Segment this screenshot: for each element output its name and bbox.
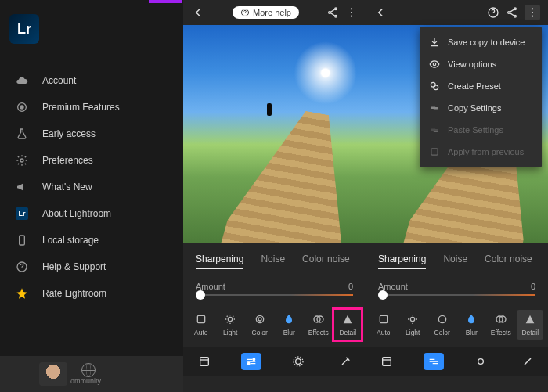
sidebar-item-premium[interactable]: Premium Features: [0, 94, 183, 120]
back-icon[interactable]: [373, 5, 388, 20]
tab-noise[interactable]: Noise: [443, 254, 467, 269]
sidebar-item-label: Help & Support: [42, 261, 106, 272]
photo-person: [267, 103, 272, 116]
flask-icon: [16, 128, 28, 140]
share-icon[interactable]: [326, 6, 339, 19]
tool-blur[interactable]: Blur: [276, 310, 302, 340]
bottom-strip: ommunity: [0, 356, 183, 392]
edit-button[interactable]: [241, 353, 261, 370]
svg-rect-39: [382, 358, 391, 366]
globe-icon[interactable]: [81, 363, 96, 377]
library-button[interactable]: [377, 353, 397, 370]
slider-thumb[interactable]: [196, 290, 205, 300]
menu-save-copy[interactable]: Save copy to device: [420, 31, 542, 53]
tool-row: Auto Light Color Blur Effects Detail: [183, 299, 366, 347]
svg-point-30: [433, 63, 436, 66]
more-help-button[interactable]: More help: [233, 6, 299, 19]
tool-light[interactable]: Light: [399, 310, 426, 340]
help-icon[interactable]: [487, 6, 499, 19]
amount-slider[interactable]: [196, 294, 353, 296]
tool-label: Detail: [339, 329, 356, 336]
preset-icon: [429, 81, 440, 92]
selective-button[interactable]: [288, 353, 308, 370]
color-icon: [436, 313, 449, 325]
photo-preview[interactable]: [183, 25, 366, 243]
tool-label: Light: [223, 329, 237, 336]
app-logo: Lr: [9, 14, 39, 44]
tab-color-noise[interactable]: Color noise: [302, 254, 350, 269]
slider-thumb[interactable]: [378, 290, 388, 300]
tool-row: Auto Light Color Blur Effects Detail: [366, 299, 548, 347]
tool-effects[interactable]: Effects: [488, 310, 514, 340]
tool-auto[interactable]: Auto: [188, 310, 215, 340]
svg-point-14: [256, 315, 263, 322]
more-icon[interactable]: [345, 6, 358, 19]
healing-button[interactable]: [517, 353, 538, 370]
cloud-icon: [16, 74, 28, 87]
blur-icon: [465, 313, 478, 325]
share-icon[interactable]: [506, 6, 518, 19]
sidebar-item-label: Preferences: [42, 155, 93, 166]
more-help-label: More help: [253, 8, 291, 17]
tool-blur[interactable]: Blur: [458, 310, 485, 340]
svg-point-31: [431, 82, 435, 87]
tool-label: Detail: [521, 329, 539, 336]
edit-button[interactable]: [424, 353, 444, 370]
tab-sharpening[interactable]: Sharpening: [196, 254, 243, 269]
svg-point-25: [508, 12, 510, 14]
tool-detail[interactable]: Detail: [334, 310, 361, 340]
sidebar-item-preferences[interactable]: Preferences: [0, 147, 183, 174]
sidebar-item-whats-new[interactable]: What's New: [0, 174, 183, 200]
tool-effects[interactable]: Effects: [305, 310, 332, 340]
sidebar-item-label: Rate Lightroom: [42, 288, 106, 299]
slider-value: 0: [531, 282, 535, 291]
menu-label: Copy Settings: [448, 103, 501, 113]
amount-slider[interactable]: [378, 294, 535, 296]
sidebar-item-label: Local storage: [42, 235, 99, 246]
healing-button[interactable]: [335, 353, 355, 370]
menu-apply-previous: Apply from previous: [420, 141, 542, 163]
apply-previous-icon: [429, 146, 440, 157]
light-icon: [224, 313, 236, 325]
sidebar-item-account[interactable]: Account: [0, 67, 183, 94]
tab-sharpening[interactable]: Sharpening: [378, 254, 426, 269]
detail-icon: [341, 313, 354, 325]
tool-label: Color: [252, 329, 268, 336]
photo-stairs: [219, 103, 366, 243]
phone-panel-a: More help Sharpening Noise Color noise A…: [183, 0, 366, 392]
sidebar-item-rate[interactable]: Rate Lightroom: [0, 280, 183, 307]
avatar[interactable]: [39, 362, 67, 386]
blur-icon: [283, 313, 295, 325]
sidebar-item-local-storage[interactable]: Local storage: [0, 227, 183, 254]
svg-point-19: [253, 358, 255, 361]
tool-color[interactable]: Color: [247, 310, 273, 340]
tab-noise[interactable]: Noise: [261, 254, 285, 269]
library-button[interactable]: [194, 353, 215, 370]
sidebar-item-early-access[interactable]: Early access: [0, 120, 183, 147]
sidebar-item-help[interactable]: Help & Support: [0, 254, 183, 280]
more-icon[interactable]: [525, 5, 540, 20]
auto-icon: [377, 313, 390, 325]
svg-point-6: [335, 8, 337, 10]
sidebar-item-label: What's New: [42, 182, 92, 192]
tool-detail[interactable]: Detail: [517, 310, 543, 340]
menu-label: Apply from previous: [448, 147, 524, 156]
sidebar-item-about[interactable]: Lr About Lightroom: [0, 200, 183, 227]
tool-color[interactable]: Color: [429, 310, 456, 340]
svg-point-22: [294, 357, 303, 366]
menu-view-options[interactable]: View options: [420, 53, 542, 75]
light-icon: [406, 313, 419, 325]
svg-point-8: [335, 15, 337, 17]
back-icon[interactable]: [191, 5, 205, 20]
tool-light[interactable]: Light: [217, 310, 243, 340]
tool-auto[interactable]: Auto: [370, 310, 397, 340]
menu-create-preset[interactable]: Create Preset: [420, 75, 542, 97]
menu-copy-settings[interactable]: Copy Settings: [420, 97, 542, 119]
sidebar-item-label: About Lightroom: [42, 208, 111, 219]
overflow-menu: Save copy to device View options Create …: [420, 27, 542, 167]
selective-button[interactable]: [470, 353, 491, 370]
svg-rect-34: [380, 315, 387, 322]
tool-label: Blur: [283, 329, 295, 336]
tab-color-noise[interactable]: Color noise: [485, 254, 532, 269]
menu-paste-settings: Paste Settings: [420, 119, 542, 141]
